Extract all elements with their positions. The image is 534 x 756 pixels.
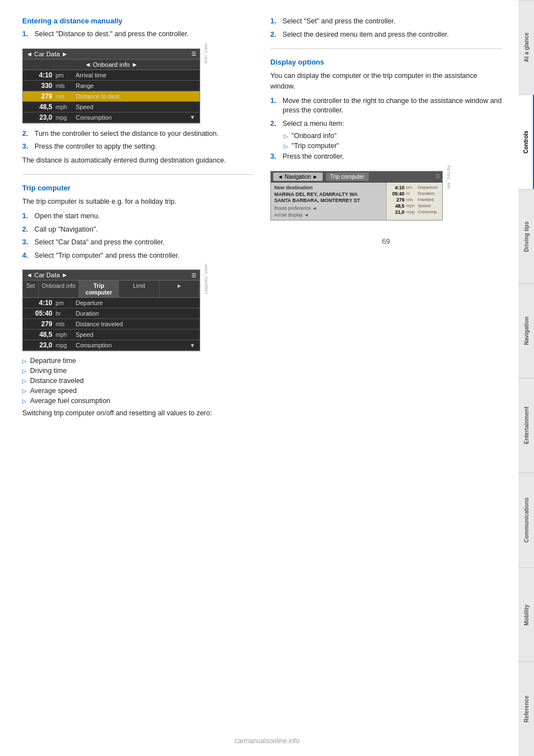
trip-header-label: ◄ Car Data ►	[26, 272, 68, 278]
nav-content: New destination MARINA DEL REY, ADMIRALT…	[271, 183, 442, 220]
section-entering-distance: Entering a distance manually 1. Select "…	[22, 17, 254, 165]
nav-header-trip: Trip computer	[326, 173, 369, 181]
section-display-options: Display options You can display the comp…	[270, 58, 502, 226]
trip-header-icon: ☰	[191, 272, 196, 278]
step-3-trip: 3. Select "Car Data" and press the contr…	[22, 238, 254, 248]
bullet-driving: ▷ Driving time	[22, 367, 254, 375]
sidebar-tab-communications[interactable]: Communications	[518, 473, 534, 567]
bullet-label-1: Driving time	[30, 367, 67, 375]
right-step-1: 1. Select "Set" and press the controller…	[270, 17, 502, 27]
car-data-val-2: 279	[27, 92, 52, 100]
car-data-row-0: 4:10 pm Arrival time	[23, 70, 200, 81]
trip-tab-limit[interactable]: Limit	[119, 281, 159, 297]
right-step-text-2: Select the desired menu item and press t…	[283, 30, 502, 40]
nav-header-nav: ◄ Navigation ►	[273, 173, 323, 181]
bullet-distance: ▷ Distance traveled	[22, 377, 254, 385]
nav-right-unit-1: hr	[406, 191, 416, 196]
image-label-2: nbtcf_03035NY	[204, 264, 209, 357]
section-right-steps: 1. Select "Set" and press the controller…	[270, 17, 502, 40]
nav-right-val-4: 21,0	[389, 209, 404, 215]
trip-label-1: Duration	[76, 310, 99, 317]
trip-val-1: 05:40	[27, 310, 52, 317]
trip-widget-row: ◄ Car Data ► ☰ Set Onboard info Trip com…	[22, 264, 254, 357]
nav-right-row-2: 279 mls traveled	[389, 197, 440, 203]
sidebar-tab-navigation[interactable]: Navigation	[518, 283, 534, 378]
right-step-text-1: Select "Set" and press the controller.	[283, 17, 502, 27]
trip-computer-widget: ◄ Car Data ► ☰ Set Onboard info Trip com…	[22, 269, 200, 351]
trip-step-text-2: Call up "Navigation".	[34, 225, 254, 235]
nav-right-row-1: 05:40 hr Duration	[389, 191, 440, 197]
bullet-fuel: ▷ Average fuel consumption	[22, 397, 254, 405]
nav-right-row-3: 48,5 mph Speed	[389, 203, 440, 209]
trip-step-num-4: 4.	[22, 251, 31, 261]
display-step-1: 1. Move the controller to the right to c…	[270, 96, 502, 116]
step-text-1: Select "Distance to dest." and press the…	[34, 30, 254, 40]
trip-row-2: 279 mls Distance traveled	[23, 319, 200, 330]
trip-step-text-1: Open the start menu.	[34, 212, 254, 222]
trip-tab-arrow[interactable]: ►	[160, 281, 200, 297]
step-1-distance: 1. Select "Distance to dest." and press …	[22, 30, 254, 40]
trip-row-1: 05:40 hr Duration	[23, 308, 200, 319]
sidebar-tab-entertainment[interactable]: Entertainment	[518, 378, 534, 473]
triangle-icon-3: ▷	[22, 388, 27, 394]
left-column: Entering a distance manually 1. Select "…	[22, 17, 254, 419]
sidebar-tab-driving-tips[interactable]: Driving tips	[518, 189, 534, 284]
nav-sub-label-1: Arrow display ◄	[274, 212, 309, 218]
car-data-label-1: Range	[76, 82, 93, 89]
display-step-num-3: 3.	[270, 152, 279, 162]
display-intro: You can display the computer or the trip…	[270, 71, 502, 92]
car-data-label-2: Distance to dest.	[76, 93, 121, 100]
trip-val-0: 4:10	[27, 299, 52, 307]
trip-scroll: ▼	[190, 342, 195, 348]
reset-note: Switching trip computer on/off and reset…	[22, 408, 254, 419]
car-data-label-0: Arrival time	[76, 72, 106, 78]
step-2-distance: 2. Turn the controller to select the dis…	[22, 129, 254, 139]
trip-step-num-1: 1.	[22, 212, 31, 222]
nav-right-unit-0: pm	[406, 185, 416, 190]
trip-header: ◄ Car Data ► ☰	[23, 270, 200, 281]
car-data-subheader-label: ◄ Onboard info ►	[85, 61, 138, 68]
nav-dest-line-0: MARINA DEL REY, ADMIRALTY WA	[274, 192, 383, 198]
nav-right-val-3: 48,5	[389, 203, 404, 209]
right-step-num-1: 1.	[270, 17, 279, 27]
triangle-icon-4: ▷	[22, 398, 27, 404]
trip-unit-3: mph	[56, 331, 72, 338]
sidebar-tab-at-a-glance[interactable]: At a glance	[518, 0, 534, 95]
step-1-trip: 1. Open the start menu.	[22, 212, 254, 222]
trip-row-4: 23,0 mpg Consumption ▼	[23, 340, 200, 351]
nav-sub-label-0: Route preference ◄	[274, 205, 317, 211]
trip-label-0: Departure	[76, 300, 103, 306]
nav-left-panel: New destination MARINA DEL REY, ADMIRALT…	[271, 183, 387, 220]
divider-2	[270, 48, 502, 49]
trip-unit-4: mpg	[56, 342, 72, 348]
nav-dest-line-1: SANTA BARBARA, MONTERREY ST	[274, 198, 383, 204]
nav-right-row-0: 4:10 pm Departure	[389, 185, 440, 190]
bullet-label-4: Average fuel consumption	[30, 397, 110, 405]
sidebar-tab-mobility[interactable]: Mobility	[518, 567, 534, 662]
car-data-unit-1: mls	[56, 82, 72, 89]
display-step-num-2: 2.	[270, 119, 279, 129]
car-data-unit-0: pm	[56, 72, 72, 78]
sidebar-tab-controls[interactable]: Controls	[518, 95, 534, 189]
step-4-trip: 4. Select "Trip computer" and press the …	[22, 251, 254, 261]
section-heading-display: Display options	[270, 58, 502, 66]
sidebar-tab-reference[interactable]: Reference	[518, 661, 534, 756]
trip-tab-computer[interactable]: Trip computer	[79, 281, 119, 297]
car-data-unit-2: mls	[56, 93, 72, 100]
nav-widget-row: ◄ Navigation ► Trip computer ☰ New desti…	[270, 165, 502, 226]
section-heading-distance: Entering a distance manually	[22, 17, 254, 25]
step-2-trip: 2. Call up "Navigation".	[22, 225, 254, 235]
car-data-widget-row: ◄ Car Data ► ☰ ◄ Onboard info ► 4:10 pm …	[22, 43, 254, 129]
trip-tab-onboard[interactable]: Onboard info	[39, 281, 79, 297]
trip-val-2: 279	[27, 320, 52, 328]
trip-unit-0: pm	[56, 300, 72, 306]
car-data-row-1: 330 mls Range	[23, 81, 200, 91]
display-step-2: 2. Select a menu item:	[270, 119, 502, 129]
menu-items-container: ▷ "Onboard info" ▷ "Trip computer"	[284, 132, 502, 150]
right-step-2: 2. Select the desired menu item and pres…	[270, 30, 502, 40]
nav-right-val-1: 05:40	[389, 191, 404, 197]
nav-header-icon: ☰	[436, 174, 440, 179]
car-data-header: ◄ Car Data ► ☰	[23, 49, 200, 60]
trip-label-2: Distance traveled	[76, 321, 123, 327]
step-num-1: 1.	[22, 30, 31, 40]
